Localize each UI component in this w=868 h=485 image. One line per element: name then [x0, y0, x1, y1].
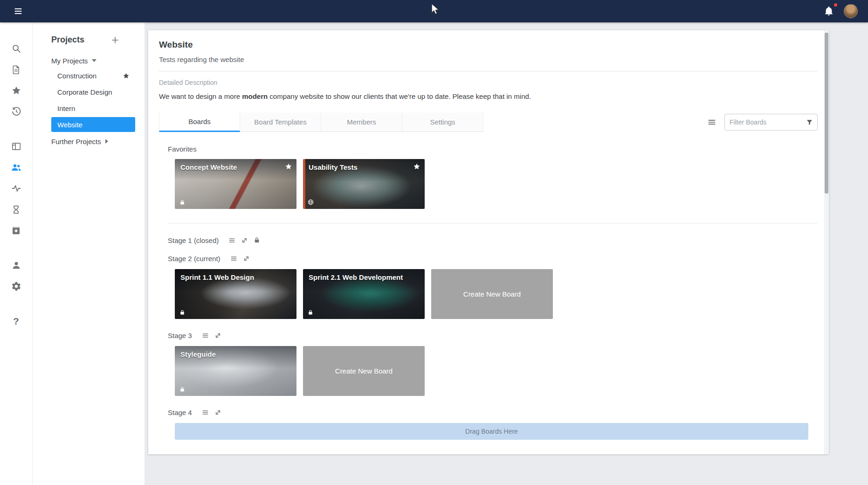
- stage-3-board-row: Styleguide Create New Board: [175, 346, 818, 396]
- search-icon: [11, 43, 21, 54]
- team-icon: [11, 162, 22, 173]
- project-detail-card: Website Tests regarding the website Deta…: [148, 30, 829, 454]
- board-columns-icon: [11, 141, 21, 152]
- project-item-label: Intern: [57, 104, 75, 112]
- stage-2-row: Stage 2 (current): [168, 254, 818, 263]
- user-icon: [11, 260, 21, 270]
- further-projects-label: Further Projects: [51, 138, 101, 146]
- add-project-button[interactable]: [110, 35, 120, 45]
- notifications-button[interactable]: [821, 4, 836, 19]
- stage-label: Stage 3: [168, 332, 192, 340]
- rail-time-button[interactable]: [11, 204, 22, 215]
- tab-strip: Boards Board Templates Members Settings: [159, 112, 483, 132]
- scrollbar-track: [824, 30, 829, 454]
- stage-expand-icon[interactable]: [242, 255, 250, 263]
- tab-board-templates[interactable]: Board Templates: [240, 112, 321, 132]
- rail-favorites-button[interactable]: [11, 85, 22, 96]
- user-avatar[interactable]: [844, 4, 858, 18]
- scrollbar-thumb[interactable]: [825, 33, 828, 194]
- stage-menu-icon[interactable]: [228, 236, 236, 244]
- project-item-intern[interactable]: Intern: [51, 101, 135, 116]
- help-icon: [13, 316, 19, 327]
- filter-boards-input[interactable]: [730, 118, 806, 126]
- stage-label: Stage 1 (closed): [168, 236, 219, 244]
- board-title: Sprint 2.1 Web Development: [309, 273, 403, 281]
- lock-icon: [253, 236, 261, 244]
- hourglass-icon: [11, 205, 21, 215]
- rail-documents-button[interactable]: [11, 64, 22, 75]
- project-item-label: Corporate Design: [57, 88, 112, 96]
- project-item-construction[interactable]: Construction: [51, 68, 135, 83]
- tab-boards[interactable]: Boards: [159, 112, 240, 132]
- document-icon: [11, 65, 21, 75]
- tab-row: Boards Board Templates Members Settings: [159, 112, 818, 132]
- tab-members[interactable]: Members: [321, 112, 402, 132]
- rail-history-button[interactable]: [11, 106, 22, 117]
- favorites-section-label: Favorites: [168, 145, 818, 153]
- lock-icon: [179, 199, 186, 206]
- gear-icon: [11, 281, 21, 291]
- star-icon: [11, 85, 21, 96]
- filter-group: [707, 114, 818, 131]
- globe-icon: [307, 199, 314, 206]
- star-icon[interactable]: [413, 163, 420, 170]
- chevron-down-icon: [92, 59, 96, 62]
- stage-expand-icon[interactable]: [241, 236, 248, 244]
- star-icon[interactable]: [285, 163, 292, 170]
- create-new-board-button[interactable]: Create New Board: [303, 346, 425, 396]
- rail-activity-button[interactable]: [11, 183, 22, 194]
- stage-menu-icon[interactable]: [230, 255, 238, 263]
- stage-menu-icon[interactable]: [201, 409, 209, 416]
- project-item-label: Website: [57, 121, 83, 129]
- board-card-usability-tests[interactable]: Usability Tests: [303, 159, 425, 209]
- project-item-corporate-design[interactable]: Corporate Design: [51, 84, 135, 99]
- project-item-website[interactable]: Website: [51, 117, 135, 132]
- page-title: Website: [159, 40, 818, 50]
- tab-settings[interactable]: Settings: [402, 112, 483, 132]
- create-new-board-button[interactable]: Create New Board: [431, 269, 553, 319]
- favorites-board-row: Concept Website Usability Tests: [175, 159, 818, 209]
- stage-menu-icon[interactable]: [201, 332, 209, 340]
- funnel-icon[interactable]: [806, 118, 813, 126]
- rail-help-button[interactable]: [11, 316, 22, 327]
- page-subtitle: Tests regarding the website: [159, 55, 818, 63]
- stage-label: Stage 4: [168, 409, 192, 416]
- stage-label: Stage 2 (current): [168, 255, 220, 263]
- view-options-button[interactable]: [707, 118, 716, 127]
- chevron-right-icon: [105, 139, 108, 144]
- tune-icon: [707, 118, 716, 127]
- projects-panel: Projects My Projects Construction Corpor…: [33, 22, 145, 485]
- rail-profile-button[interactable]: [11, 260, 22, 271]
- filter-boards-field: [724, 114, 818, 131]
- menu-button[interactable]: [11, 4, 26, 19]
- description-label: Detailed Description: [159, 79, 818, 86]
- board-title: Usability Tests: [309, 163, 358, 171]
- rail-archive-button[interactable]: [11, 225, 22, 236]
- stage-4-row: Stage 4: [168, 408, 818, 417]
- project-list: Construction Corporate Design Intern Web…: [33, 68, 145, 132]
- hamburger-icon: [13, 6, 23, 16]
- lock-icon: [179, 309, 186, 316]
- divider: [159, 71, 818, 71]
- drag-boards-dropzone[interactable]: Drag Boards Here: [175, 423, 808, 440]
- stage-expand-icon[interactable]: [214, 332, 222, 340]
- board-title: Styleguide: [180, 350, 216, 358]
- board-card-concept-website[interactable]: Concept Website: [175, 159, 296, 209]
- favorite-star-icon: [123, 72, 130, 79]
- history-icon: [11, 106, 21, 117]
- bell-icon: [824, 6, 834, 16]
- top-navbar: [0, 0, 868, 22]
- divider: [168, 223, 818, 223]
- board-card-sprint-1-1[interactable]: Sprint 1.1 Web Design: [175, 269, 296, 319]
- board-card-sprint-2-1[interactable]: Sprint 2.1 Web Development: [303, 269, 425, 319]
- stage-expand-icon[interactable]: [214, 409, 222, 416]
- my-projects-toggle[interactable]: My Projects: [51, 55, 135, 66]
- rail-boards-button[interactable]: [11, 141, 22, 152]
- further-projects-toggle[interactable]: Further Projects: [51, 136, 135, 147]
- rail-search-button[interactable]: [11, 43, 22, 54]
- board-card-styleguide[interactable]: Styleguide: [175, 346, 296, 396]
- projects-panel-title: Projects: [51, 35, 84, 45]
- rail-team-button[interactable]: [11, 162, 22, 173]
- rail-settings-button[interactable]: [11, 281, 22, 292]
- stage-3-row: Stage 3: [168, 331, 818, 340]
